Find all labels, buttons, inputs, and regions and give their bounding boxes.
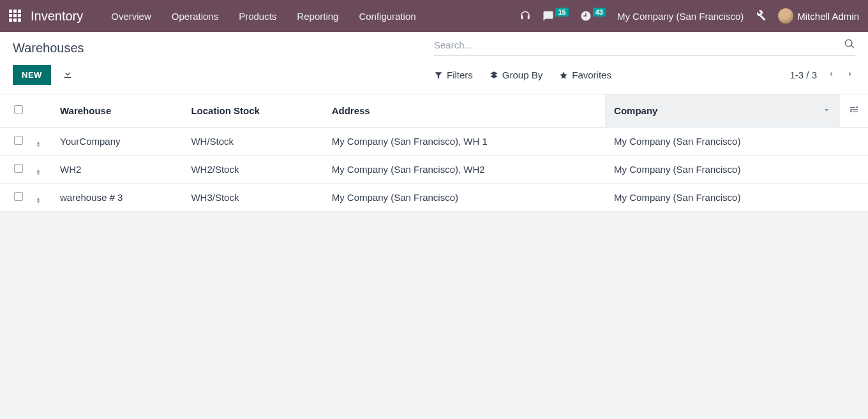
user-menu[interactable]: Mitchell Admin xyxy=(778,8,859,24)
warehouses-table: Warehouse Location Stock Address Company… xyxy=(0,94,868,212)
groupby-label: Group By xyxy=(502,70,542,80)
nav-menu-reporting[interactable]: Reporting xyxy=(287,11,348,22)
filters-button[interactable]: Filters xyxy=(434,70,473,80)
tools-icon[interactable] xyxy=(755,10,767,22)
pager-prev-icon[interactable] xyxy=(826,69,836,81)
col-company[interactable]: Company xyxy=(605,94,840,128)
activities-icon[interactable]: 43 xyxy=(580,10,606,22)
new-button[interactable]: NEW xyxy=(13,65,51,85)
pager-text[interactable]: 1-3 / 3 xyxy=(789,70,817,80)
col-location-stock[interactable]: Location Stock xyxy=(182,94,322,128)
cell-address: My Company (San Francisco) xyxy=(323,184,605,212)
apps-icon[interactable] xyxy=(9,10,22,22)
company-selector[interactable]: My Company (San Francisco) xyxy=(617,11,744,22)
drag-handle-icon[interactable]: ▲▼ xyxy=(36,141,41,147)
messages-badge: 15 xyxy=(555,8,568,17)
nav-menu: Overview Operations Products Reporting C… xyxy=(101,11,426,22)
row-checkbox[interactable] xyxy=(14,192,23,201)
avatar xyxy=(778,8,793,24)
headset-icon[interactable] xyxy=(520,10,531,22)
col-checkbox xyxy=(0,94,36,128)
search-area xyxy=(434,38,855,56)
col-warehouse[interactable]: Warehouse xyxy=(51,94,182,128)
cell-location-stock: WH2/Stock xyxy=(182,156,322,184)
favorites-button[interactable]: Favorites xyxy=(559,70,611,80)
nav-right: 15 43 My Company (San Francisco) Mitchel… xyxy=(520,8,859,24)
nav-menu-overview[interactable]: Overview xyxy=(101,11,161,22)
row-checkbox[interactable] xyxy=(14,164,23,173)
col-company-label: Company xyxy=(614,105,657,116)
table-header-row: Warehouse Location Stock Address Company xyxy=(0,94,868,128)
drag-handle-icon[interactable]: ▲▼ xyxy=(36,169,41,175)
cp-row-top: Warehouses xyxy=(13,38,855,56)
cell-address: My Company (San Francisco), WH 1 xyxy=(323,128,605,156)
user-name: Mitchell Admin xyxy=(797,11,859,22)
breadcrumb: Warehouses xyxy=(13,38,84,55)
cell-warehouse: warehouse # 3 xyxy=(51,184,182,212)
app-title[interactable]: Inventory xyxy=(31,9,83,24)
download-icon[interactable] xyxy=(63,69,73,81)
search-toolbar: Filters Group By Favorites 1-3 / 3 xyxy=(434,69,855,81)
activities-badge: 43 xyxy=(593,8,606,17)
sliders-icon xyxy=(849,106,859,117)
row-checkbox[interactable] xyxy=(14,136,23,145)
search-input[interactable] xyxy=(434,40,844,50)
groupby-button[interactable]: Group By xyxy=(490,70,542,80)
col-handle xyxy=(36,94,51,128)
table-row[interactable]: ▲▼ warehouse # 3 WH3/Stock My Company (S… xyxy=(0,184,868,212)
pager-next-icon[interactable] xyxy=(845,69,855,81)
search-icon[interactable] xyxy=(844,38,855,52)
col-address[interactable]: Address xyxy=(323,94,605,128)
empty-area xyxy=(0,212,868,403)
pager: 1-3 / 3 xyxy=(789,69,855,81)
cp-row-bottom: NEW Filters Group By Favorites 1-3 / 3 xyxy=(13,65,855,85)
cell-company: My Company (San Francisco) xyxy=(605,156,840,184)
nav-left: Inventory Overview Operations Products R… xyxy=(9,9,426,24)
favorites-label: Favorites xyxy=(572,70,611,80)
col-optional[interactable] xyxy=(840,94,868,128)
drag-handle-icon[interactable]: ▲▼ xyxy=(36,197,41,203)
cell-warehouse: YourCompany xyxy=(51,128,182,156)
top-navbar: Inventory Overview Operations Products R… xyxy=(0,0,868,32)
nav-menu-products[interactable]: Products xyxy=(228,11,287,22)
nav-menu-configuration[interactable]: Configuration xyxy=(348,11,426,22)
cell-location-stock: WH3/Stock xyxy=(182,184,322,212)
nav-menu-operations[interactable]: Operations xyxy=(161,11,228,22)
cell-address: My Company (San Francisco), WH2 xyxy=(323,156,605,184)
chevron-down-icon xyxy=(822,105,831,116)
table-wrap: Warehouse Location Stock Address Company… xyxy=(0,94,868,419)
cell-warehouse: WH2 xyxy=(51,156,182,184)
table-row[interactable]: ▲▼ YourCompany WH/Stock My Company (San … xyxy=(0,128,868,156)
cell-location-stock: WH/Stock xyxy=(182,128,322,156)
cell-company: My Company (San Francisco) xyxy=(605,184,840,212)
table-row[interactable]: ▲▼ WH2 WH2/Stock My Company (San Francis… xyxy=(0,156,868,184)
cell-company: My Company (San Francisco) xyxy=(605,128,840,156)
filters-label: Filters xyxy=(447,70,473,80)
control-panel: Warehouses NEW Filters Group By Favorite… xyxy=(0,32,868,94)
messages-icon[interactable]: 15 xyxy=(542,10,568,22)
select-all-checkbox[interactable] xyxy=(14,105,23,114)
